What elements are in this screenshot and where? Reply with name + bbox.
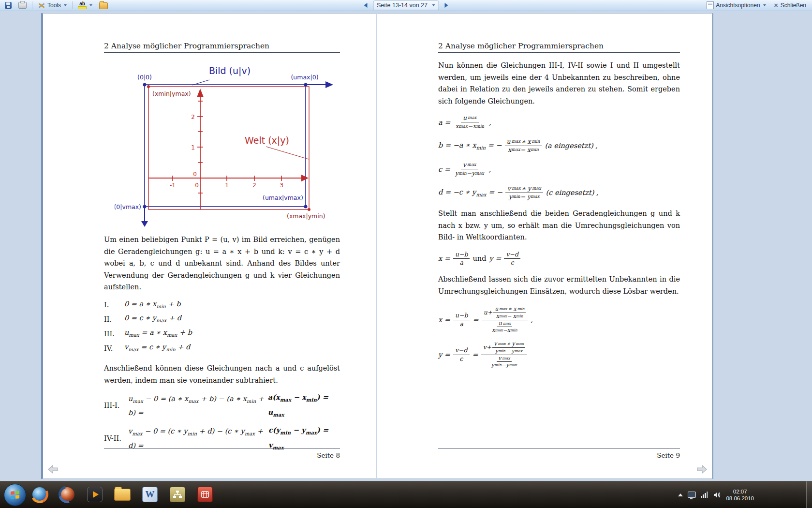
- arrow-right-icon: [445, 3, 448, 8]
- red-app-icon: [197, 487, 213, 502]
- y-tick-label: 1: [191, 144, 195, 151]
- taskbar-orgchart-app-button[interactable]: [168, 485, 187, 504]
- view-options-label: Ansichtsoptionen: [716, 2, 760, 9]
- taskbar-browser2-button[interactable]: [58, 485, 77, 504]
- x-tick-label: 0: [195, 182, 199, 189]
- tools-label: Tools: [47, 2, 61, 9]
- media-player-icon: [87, 487, 103, 502]
- equation-label: IV.: [104, 343, 124, 355]
- fraction: v−d c: [504, 251, 520, 267]
- highlighter-label: ab: [79, 1, 85, 6]
- diagram-corner-label: (xmax|ymin): [287, 212, 325, 220]
- equation-body: umax = a ∗ xmax + b: [124, 327, 192, 341]
- fraction: u−b a: [453, 312, 470, 328]
- taskbar-word-button[interactable]: W: [140, 485, 160, 504]
- start-button[interactable]: [4, 484, 26, 506]
- equation-xy: x = u−b a und y = v−d c: [438, 251, 680, 267]
- paragraph: Nun können die Gleichungen III-I, IV-II …: [438, 60, 680, 107]
- y-tick-label: 2: [191, 114, 195, 120]
- equation-body: 0 = a ∗ xmin + b: [124, 298, 181, 313]
- tray-expand-icon[interactable]: [678, 493, 683, 496]
- previous-screen-button[interactable]: [361, 1, 370, 10]
- close-button[interactable]: × Schließen: [771, 1, 809, 10]
- print-icon: [18, 2, 27, 9]
- equation-label: I.: [104, 299, 124, 311]
- diagram-corner-label: (0|0): [137, 74, 152, 81]
- equation-tail: (c eingesetzt) ,: [546, 189, 599, 196]
- taskbar-red-app-button[interactable]: [195, 485, 215, 504]
- tools-icon: [38, 2, 45, 9]
- equation-d: d = −c ∗ ymax = − vmax∗ ymax ymin− ymax …: [438, 185, 680, 201]
- chevron-down-icon: [432, 4, 435, 6]
- page-indicator-dropdown[interactable]: Seite 13-14 von 27: [373, 0, 439, 10]
- equation-body-bold: a(xmax − xmin) = umax: [268, 391, 340, 421]
- page-navigation: Seite 13-14 von 27: [361, 0, 451, 10]
- equation-tail: ,: [489, 119, 491, 126]
- derivation-row: III-I. umax − 0 = (a ∗ xmax + b) − (a ∗ …: [104, 391, 340, 421]
- nested-fraction: v+ vmax∗ ymax ymin− ymax vmax ymin−ymax: [481, 341, 527, 369]
- highlighter-icon: ab: [78, 1, 87, 9]
- save-button[interactable]: [2, 1, 15, 10]
- equation-row: II. 0 = c ∗ ymax + d: [104, 312, 340, 327]
- equation-y-full: y = v−d c = v+ vmax∗ ymax ymin− ymax: [438, 341, 680, 369]
- diagram-corner-label: (xmin|ymax): [152, 90, 191, 97]
- equation-lhs: c =: [438, 165, 450, 173]
- print-button[interactable]: [15, 1, 30, 10]
- tools-menu-button[interactable]: Tools: [35, 1, 70, 10]
- equation-body: umax − 0 = (a ∗ xmax + b) − (a ∗ xmin + …: [128, 393, 268, 419]
- clock-date: 08.06.2010: [726, 495, 754, 502]
- tray-network-icon[interactable]: [701, 492, 709, 498]
- paragraph: Um einen beliebigen Punkt P = (u, v) im …: [104, 234, 340, 293]
- equation-list: I. 0 = a ∗ xmin + b II. 0 = c ∗ ymax + d…: [104, 298, 340, 356]
- diagram-corner-label: (umax|0): [291, 74, 318, 81]
- y-tick-label: 0: [193, 171, 197, 178]
- fraction: umax∗ xmin xmax− xmin: [505, 138, 542, 154]
- show-desktop-button[interactable]: [806, 481, 812, 508]
- equation-tail: ,: [489, 165, 491, 173]
- paragraph: Anschließend können diese Gleichungen na…: [104, 362, 340, 386]
- next-page-arrow[interactable]: [695, 464, 708, 475]
- taskbar: W 02:07: [0, 481, 812, 508]
- tray-display-icon[interactable]: [688, 492, 696, 498]
- coordinate-diagram-svg: Bild (u|v) Welt (x|y) (0|0) (umax|0) (0|…: [115, 59, 337, 227]
- fraction: umax xmax−xmin: [453, 114, 486, 131]
- explorer-folder-icon: [114, 489, 131, 501]
- page-left: 2 Analyse möglicher Programmiersprachen: [41, 13, 376, 479]
- clock[interactable]: 02:07 08.06.2010: [726, 488, 754, 502]
- fraction: vmax∗ ymax ymin− ymax: [505, 185, 543, 201]
- word-icon: W: [142, 487, 158, 502]
- paragraph: Abschließend lassen sich die zuvor ermit…: [438, 273, 680, 297]
- firefox-icon: [32, 487, 47, 502]
- highlight-button[interactable]: ab: [75, 1, 95, 10]
- section-heading: 2 Analyse möglicher Programmiersprachen: [104, 42, 340, 53]
- diagram-title-bild: Bild (u|v): [209, 65, 251, 76]
- page-number: Seite 9: [657, 451, 680, 459]
- nested-fraction: u+ umax∗ xmin xmax− xmin umax xmax−xmin: [482, 306, 528, 334]
- next-screen-button[interactable]: [442, 1, 451, 10]
- save-icon: [5, 2, 12, 9]
- taskbar-media-player-button[interactable]: [85, 485, 104, 504]
- page-footer: Seite 8: [104, 448, 340, 459]
- view-options-button[interactable]: Ansichtsoptionen: [704, 1, 768, 10]
- tray-volume-icon[interactable]: [713, 492, 721, 498]
- taskbar-explorer-button[interactable]: [113, 485, 132, 504]
- equation-lhs: a =: [438, 119, 450, 126]
- equation-label: III.: [104, 328, 124, 340]
- diagram-corner-label: (0|vmax): [115, 203, 141, 210]
- insert-comment-button[interactable]: [96, 1, 111, 10]
- prev-page-arrow[interactable]: [47, 464, 59, 475]
- chevron-down-icon: [89, 4, 92, 6]
- toolbar-right-group: Ansichtsoptionen × Schließen: [704, 1, 812, 10]
- toolbar-separator: [72, 1, 73, 9]
- diagram-title-welt: Welt (x|y): [245, 135, 289, 146]
- toolbar-separator: [32, 1, 32, 9]
- x-tick-label: 1: [225, 182, 229, 189]
- equation-row: III. umax = a ∗ xmax + b: [104, 327, 340, 341]
- fraction: v−d c: [453, 346, 470, 363]
- taskbar-firefox-button[interactable]: [30, 485, 49, 504]
- derivation-list: III-I. umax − 0 = (a ∗ xmax + b) − (a ∗ …: [104, 391, 340, 454]
- equation-a: a = umax xmax−xmin ,: [438, 114, 680, 131]
- page-indicator-label: Seite 13-14 von 27: [377, 2, 428, 9]
- diagram-corner-label: (umax|vmax): [263, 194, 303, 201]
- chevron-down-icon: [763, 4, 766, 6]
